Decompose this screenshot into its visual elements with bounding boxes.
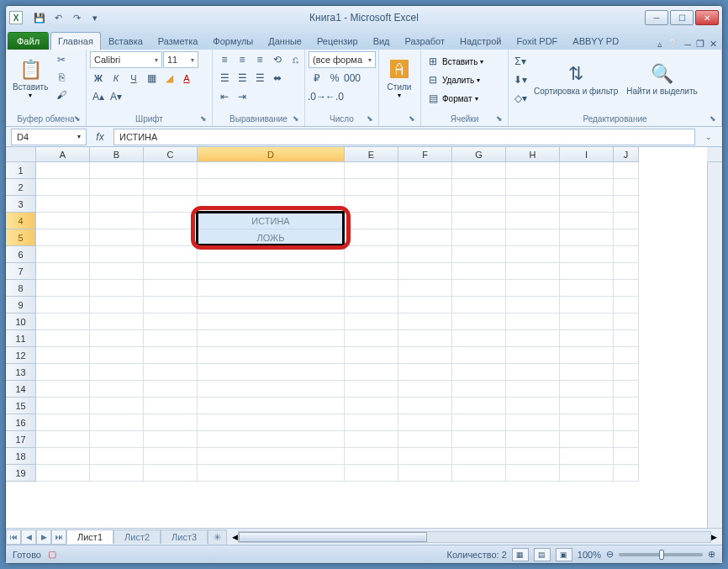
cell-A3[interactable] <box>36 196 90 213</box>
cell-E18[interactable] <box>345 448 398 465</box>
cell-B4[interactable] <box>90 213 144 229</box>
cell-B5[interactable] <box>90 229 144 246</box>
cell-H14[interactable] <box>506 381 560 398</box>
tab-nav-last[interactable]: ⏭ <box>51 529 66 545</box>
cell-A9[interactable] <box>36 297 90 313</box>
cell-F19[interactable] <box>398 465 452 482</box>
sheet-tab-2[interactable]: Лист2 <box>113 529 161 544</box>
cell-B1[interactable] <box>90 162 144 179</box>
cell-E2[interactable] <box>345 179 398 196</box>
cell-A5[interactable] <box>36 229 90 246</box>
cell-C19[interactable] <box>144 465 198 482</box>
zoom-out-button[interactable]: ⊖ <box>606 549 614 560</box>
close-button[interactable]: ✕ <box>695 10 719 25</box>
save-button[interactable]: 💾 <box>31 9 48 26</box>
cell-I15[interactable] <box>560 398 614 414</box>
zoom-in-button[interactable]: ⊕ <box>708 549 715 560</box>
cell-J13[interactable] <box>614 364 639 381</box>
col-header-J[interactable]: J <box>614 147 639 162</box>
cell-J2[interactable] <box>614 179 639 196</box>
cell-G9[interactable] <box>452 297 506 313</box>
cell-H8[interactable] <box>506 280 560 297</box>
number-format-combo[interactable]: (все форма▾ <box>309 51 376 68</box>
doc-restore-icon[interactable]: ❐ <box>696 39 704 50</box>
cell-G17[interactable] <box>452 431 506 448</box>
cell-D19[interactable] <box>198 465 345 482</box>
col-header-D[interactable]: D <box>198 147 345 162</box>
cell-D6[interactable] <box>198 246 345 263</box>
sheet-tab-3[interactable]: Лист3 <box>161 529 208 544</box>
insert-cells-button[interactable]: ⊞Вставить▾ <box>425 53 483 70</box>
row-header-4[interactable]: 4 <box>6 213 36 229</box>
cell-I8[interactable] <box>560 280 614 297</box>
currency-button[interactable]: ₽ <box>309 70 325 87</box>
cell-C1[interactable] <box>144 162 198 179</box>
row-header-11[interactable]: 11 <box>6 330 36 347</box>
font-name-combo[interactable]: Calibri▾ <box>90 51 162 68</box>
cell-A13[interactable] <box>36 364 90 381</box>
cell-E1[interactable] <box>345 162 398 179</box>
find-select-button[interactable]: 🔍 Найти и выделить <box>623 51 700 107</box>
cell-D11[interactable] <box>198 330 345 347</box>
cell-F8[interactable] <box>398 280 452 297</box>
cell-G15[interactable] <box>452 398 506 414</box>
row-header-15[interactable]: 15 <box>6 398 36 414</box>
cell-I4[interactable] <box>560 213 614 229</box>
fx-button[interactable]: fx <box>92 129 108 145</box>
cell-D10[interactable] <box>198 313 345 330</box>
cell-G3[interactable] <box>452 196 506 213</box>
cell-A7[interactable] <box>36 263 90 280</box>
cell-B6[interactable] <box>90 246 144 263</box>
cell-G10[interactable] <box>452 313 506 330</box>
paste-button[interactable]: 📋 Вставить ▾ <box>9 51 51 107</box>
autosum-button[interactable]: Σ▾ <box>512 53 529 70</box>
view-normal-button[interactable]: ▦ <box>512 548 529 561</box>
cell-F14[interactable] <box>398 381 452 398</box>
cell-F17[interactable] <box>398 431 452 448</box>
cell-D4[interactable]: ИСТИНА <box>198 213 345 229</box>
cell-I6[interactable] <box>560 246 614 263</box>
row-header-19[interactable]: 19 <box>6 465 36 482</box>
col-header-E[interactable]: E <box>345 147 398 162</box>
cell-I10[interactable] <box>560 313 614 330</box>
col-header-H[interactable]: H <box>506 147 560 162</box>
cell-E3[interactable] <box>345 196 398 213</box>
cell-D12[interactable] <box>198 347 345 364</box>
cell-C10[interactable] <box>144 313 198 330</box>
decrease-indent-button[interactable]: ⇤ <box>216 88 233 105</box>
format-painter-button[interactable]: 🖌 <box>53 87 70 103</box>
cell-H17[interactable] <box>506 431 560 448</box>
undo-button[interactable]: ↶ <box>50 9 66 26</box>
doc-close-icon[interactable]: ✕ <box>710 39 717 50</box>
cell-J19[interactable] <box>614 465 639 482</box>
cell-D16[interactable] <box>198 414 345 431</box>
cell-F18[interactable] <box>398 448 452 465</box>
cell-G2[interactable] <box>452 179 506 196</box>
cell-J18[interactable] <box>614 448 639 465</box>
border-button[interactable]: ▦ <box>143 70 160 87</box>
tab-formulas[interactable]: Формулы <box>205 32 261 50</box>
cell-I14[interactable] <box>560 381 614 398</box>
sort-filter-button[interactable]: ⇅ Сортировка и фильтр <box>530 51 621 107</box>
cell-F12[interactable] <box>398 347 452 364</box>
cell-B17[interactable] <box>90 431 144 448</box>
cell-C8[interactable] <box>144 280 198 297</box>
cell-C13[interactable] <box>144 364 198 381</box>
tab-addins[interactable]: Надстрой <box>452 32 509 50</box>
col-header-C[interactable]: C <box>144 147 198 162</box>
sheet-tab-1[interactable]: Лист1 <box>66 529 113 544</box>
cell-C18[interactable] <box>144 448 198 465</box>
cell-F15[interactable] <box>398 398 452 414</box>
cell-H18[interactable] <box>506 448 560 465</box>
cell-I9[interactable] <box>560 297 614 313</box>
cell-A4[interactable] <box>36 213 90 229</box>
cell-A6[interactable] <box>36 246 90 263</box>
cell-H10[interactable] <box>506 313 560 330</box>
align-center-button[interactable]: ☰ <box>234 70 251 87</box>
tab-home[interactable]: Главная <box>50 32 101 50</box>
font-color-button[interactable]: A <box>178 70 195 87</box>
cell-G19[interactable] <box>452 465 506 482</box>
cell-H19[interactable] <box>506 465 560 482</box>
tab-review[interactable]: Рецензир <box>309 32 366 50</box>
view-page-break-button[interactable]: ▣ <box>556 548 572 561</box>
